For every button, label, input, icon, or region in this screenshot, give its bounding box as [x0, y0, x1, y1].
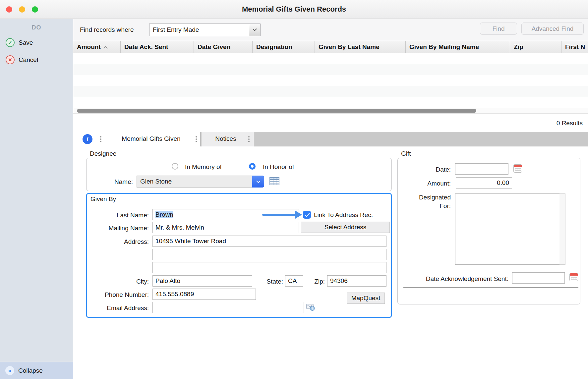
in-memory-of-label: In Memory of — [185, 163, 222, 171]
sidebar: DO ✓ Save ✕ Cancel « Collapse — [0, 19, 73, 379]
in-honor-of-radio[interactable] — [249, 163, 256, 170]
designee-section-label: Designee — [90, 150, 116, 157]
designee-name-dropdown-button[interactable] — [252, 176, 264, 188]
phone-number-input[interactable] — [152, 289, 256, 300]
results-table-body — [73, 53, 588, 108]
column-label: Amount — [77, 43, 101, 51]
save-button-label: Save — [19, 39, 33, 46]
column-label: Given By Mailing Name — [409, 43, 479, 51]
gift-divider-line — [403, 287, 578, 288]
state-input[interactable] — [285, 275, 303, 287]
column-label: Zip — [514, 43, 523, 51]
find-criteria-dropdown[interactable]: First Entry Made — [149, 24, 261, 36]
designated-for-textarea[interactable] — [455, 193, 560, 265]
address-line1-input[interactable] — [152, 236, 386, 247]
calendar-icon[interactable] — [513, 164, 522, 173]
tab-memorial-gifts-given-label[interactable]: Memorial Gifts Given — [113, 135, 189, 142]
address-line2-input[interactable] — [152, 249, 386, 260]
cancel-button-label: Cancel — [19, 56, 38, 64]
designated-for-scrollbar[interactable] — [559, 193, 565, 265]
tab-menu-dots-icon[interactable] — [196, 136, 197, 137]
gift-date-input[interactable] — [455, 163, 508, 175]
select-address-button[interactable]: Select Address — [301, 222, 390, 233]
titlebar: Memorial Gifts Given Records — [0, 0, 588, 19]
designee-name-field[interactable]: Glen Stone — [137, 176, 252, 188]
link-to-address-checkbox[interactable] — [303, 211, 311, 219]
gift-date-label: Date: — [398, 166, 451, 173]
calendar-icon[interactable] — [569, 273, 578, 281]
last-name-label: Last Name: — [89, 212, 149, 219]
save-check-icon: ✓ — [6, 38, 15, 47]
column-label: Designation — [256, 43, 292, 51]
column-label: Date Ack. Sent — [124, 43, 168, 51]
link-to-address-label: Link To Address Rec. — [314, 211, 373, 219]
mapquest-button[interactable]: MapQuest — [347, 293, 385, 304]
address-line3-input[interactable] — [152, 262, 386, 273]
column-header-zip[interactable]: Zip — [510, 41, 561, 53]
column-label: Given By Last Name — [319, 43, 380, 51]
save-button[interactable]: ✓ Save — [6, 38, 33, 47]
results-count: 0 Results — [557, 120, 583, 127]
in-memory-of-radio[interactable] — [172, 163, 178, 170]
horizontal-scrollbar-thumb[interactable] — [77, 109, 476, 113]
zoom-window-button[interactable] — [32, 6, 38, 13]
mailing-name-label: Mailing Name: — [89, 225, 149, 232]
chevron-down-icon — [253, 27, 257, 31]
table-row — [73, 75, 588, 86]
annotation-arrow-line — [262, 214, 296, 216]
collapse-sidebar-button[interactable]: « Collapse — [0, 362, 73, 379]
results-table-header: Amount Date Ack. Sent Date Given Designa… — [73, 41, 588, 53]
column-header-given-by-last-name[interactable]: Given By Last Name — [315, 41, 406, 53]
column-header-date-given[interactable]: Date Given — [194, 41, 253, 53]
column-header-first-name[interactable]: First N — [561, 41, 588, 53]
email-address-input[interactable] — [152, 302, 304, 313]
state-label: State: — [253, 278, 283, 285]
double-chevron-left-icon: « — [5, 366, 14, 375]
send-email-icon[interactable] — [306, 303, 315, 311]
find-criteria-dropdown-button[interactable] — [249, 24, 260, 36]
close-window-button[interactable] — [6, 6, 12, 13]
tab-menu-dots-icon[interactable] — [248, 136, 250, 137]
gift-group-box: Date: Amount: Designated For: Date Ackno… — [397, 158, 580, 304]
cancel-button[interactable]: ✕ Cancel — [6, 55, 38, 64]
advanced-find-button[interactable]: Advanced Find — [521, 23, 584, 35]
zip-label: Zip: — [302, 278, 325, 285]
column-header-amount[interactable]: Amount — [73, 41, 121, 53]
column-label: Date Given — [198, 43, 230, 51]
arrow-right-icon — [295, 211, 302, 219]
column-header-designation[interactable]: Designation — [253, 41, 315, 53]
address-label: Address: — [89, 238, 149, 245]
find-criteria-value: First Entry Made — [149, 26, 249, 33]
main-area: Find records where First Entry Made Find… — [73, 19, 588, 379]
column-header-date-ack-sent[interactable]: Date Ack. Sent — [121, 41, 194, 53]
horizontal-scrollbar — [73, 108, 588, 114]
app-window: Memorial Gifts Given Records DO ✓ Save ✕… — [0, 0, 588, 379]
layout-menu-dots-icon[interactable] — [100, 136, 101, 137]
zip-input[interactable] — [327, 275, 386, 287]
table-row — [73, 86, 588, 97]
in-honor-of-label: In Honor of — [263, 163, 294, 171]
tab-notices-label[interactable]: Notices — [207, 135, 244, 142]
info-icon[interactable]: i — [83, 134, 92, 144]
name-label: Name: — [100, 178, 133, 186]
given-by-group-box: Given By Last Name: Brown Link To Addres… — [86, 193, 392, 318]
table-row — [73, 97, 588, 108]
mailing-name-input[interactable] — [152, 222, 299, 233]
find-records-where-label: Find records where — [80, 26, 134, 33]
column-label: First N — [565, 43, 585, 51]
find-button[interactable]: Find — [480, 23, 517, 35]
tab-bar: i Memorial Gifts Given Notices — [73, 132, 588, 146]
select-from-table-icon[interactable] — [269, 177, 279, 185]
date-ack-sent-input[interactable] — [512, 272, 565, 284]
sidebar-header: DO — [0, 24, 73, 31]
minimize-window-button[interactable] — [19, 6, 25, 13]
gift-amount-input[interactable] — [456, 177, 512, 189]
city-label: City: — [89, 278, 149, 285]
cancel-x-icon: ✕ — [6, 55, 15, 64]
window-title: Memorial Gifts Given Records — [242, 5, 346, 14]
selected-text: Brown — [155, 211, 173, 218]
column-header-given-by-mailing-name[interactable]: Given By Mailing Name — [406, 41, 510, 53]
city-input[interactable] — [152, 275, 252, 287]
gift-section-label: Gift — [401, 150, 411, 157]
designee-group-box: In Memory of In Honor of Name: Glen Ston… — [86, 158, 392, 191]
